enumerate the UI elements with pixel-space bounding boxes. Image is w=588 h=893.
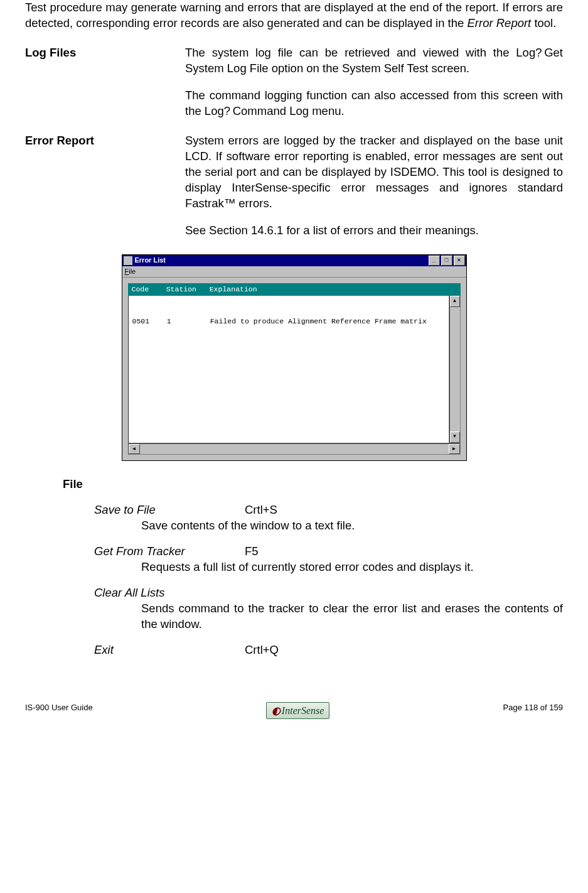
intro-text-b: tool. bbox=[531, 16, 556, 30]
log-files-p1: The system log file can be retrieved and… bbox=[185, 45, 563, 77]
menu-name: Save to File bbox=[94, 502, 245, 518]
intersense-logo: ◐InterSense bbox=[266, 702, 330, 720]
menu-name: Clear All Lists bbox=[94, 585, 245, 601]
log-files-p2: The command logging function can also ac… bbox=[185, 88, 563, 119]
window-titlebar[interactable]: Error List _ □ × bbox=[122, 255, 466, 266]
window-icon bbox=[124, 256, 132, 265]
menu-shortcut: Crtl+Q bbox=[245, 642, 279, 658]
log-files-label: Log Files bbox=[25, 45, 185, 119]
menu-item-exit: Exit Crtl+Q bbox=[94, 642, 563, 658]
section-log-files: Log Files The system log file can be ret… bbox=[25, 45, 563, 119]
maximize-button[interactable]: □ bbox=[441, 256, 452, 266]
file-menu-title: File bbox=[63, 477, 563, 492]
menu-file[interactable]: File bbox=[125, 268, 136, 275]
list-header: Code Station Explanation bbox=[128, 283, 461, 296]
file-menu-section: File Save to File Crtl+S Save contents o… bbox=[63, 477, 563, 658]
window-menubar: File bbox=[122, 266, 466, 278]
menu-name: Exit bbox=[94, 642, 245, 658]
menu-desc: Sends command to the tracker to clear th… bbox=[141, 601, 563, 632]
intro-text-italic: Error Report bbox=[467, 16, 531, 30]
intro-paragraph: Test procedure may generate warning and … bbox=[25, 0, 563, 31]
menu-desc: Save contents of the window to a text fi… bbox=[141, 518, 563, 534]
window-title: Error List bbox=[135, 256, 429, 265]
footer-right: Page 118 of 159 bbox=[503, 702, 563, 713]
error-report-label: Error Report bbox=[25, 133, 185, 239]
menu-shortcut: F5 bbox=[245, 544, 259, 560]
footer-left: IS-900 User Guide bbox=[25, 702, 93, 713]
horizontal-scrollbar[interactable]: ◄ ► bbox=[128, 443, 461, 455]
minimize-button[interactable]: _ bbox=[429, 256, 440, 266]
page-footer: IS-900 User Guide ◐InterSense Page 118 o… bbox=[25, 702, 563, 720]
menu-item-save: Save to File Crtl+S Save contents of the… bbox=[94, 502, 563, 534]
list-row: 0501 1 Failed to produce Alignment Refer… bbox=[132, 317, 445, 327]
list-body: 0501 1 Failed to produce Alignment Refer… bbox=[128, 296, 449, 443]
menu-item-get: Get From Tracker F5 Requests a full list… bbox=[94, 544, 563, 575]
scroll-left-button[interactable]: ◄ bbox=[129, 444, 140, 454]
menu-name: Get From Tracker bbox=[94, 544, 245, 560]
error-report-p1: System errors are logged by the tracker … bbox=[185, 133, 563, 212]
section-error-report: Error Report System errors are logged by… bbox=[25, 133, 563, 239]
menu-desc: Requests a full list of currently stored… bbox=[141, 560, 563, 575]
close-button[interactable]: × bbox=[454, 256, 465, 266]
error-report-p2: See Section 14.6.1 for a list of errors … bbox=[185, 223, 563, 239]
vertical-scrollbar[interactable]: ▲ ▼ bbox=[449, 296, 461, 443]
menu-shortcut: Crtl+S bbox=[245, 502, 277, 518]
error-list-window: Error List _ □ × File Code Station Expla… bbox=[122, 254, 467, 461]
scroll-down-button[interactable]: ▼ bbox=[450, 431, 460, 443]
scroll-right-button[interactable]: ► bbox=[449, 444, 460, 454]
menu-item-clear: Clear All Lists Sends command to the tra… bbox=[94, 585, 563, 632]
scroll-up-button[interactable]: ▲ bbox=[450, 296, 460, 307]
